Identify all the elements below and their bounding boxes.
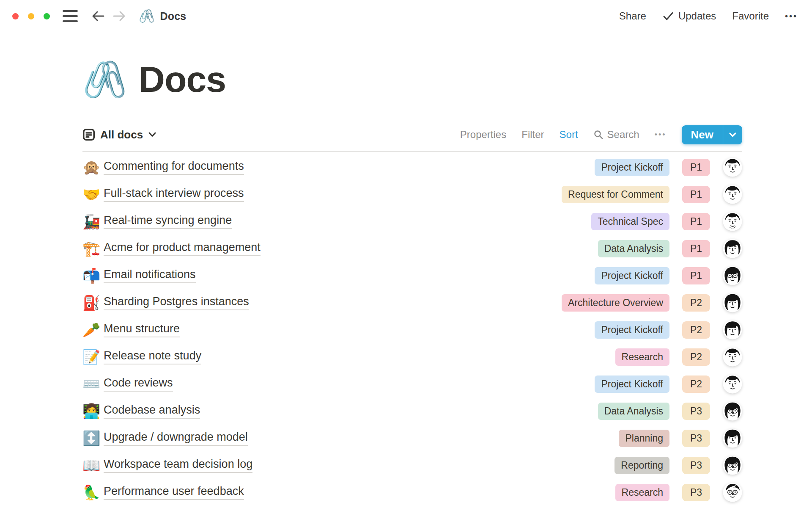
close-window-button[interactable] — [12, 13, 19, 19]
view-toolbar: All docs Properties Filter Sort Search •… — [82, 124, 742, 145]
doc-priority-badge[interactable]: P1 — [682, 159, 710, 176]
assignee-avatar[interactable] — [723, 483, 742, 502]
doc-type-badge[interactable]: Reporting — [614, 457, 669, 474]
doc-type-badge[interactable]: Planning — [619, 430, 669, 447]
forward-arrow-icon[interactable] — [112, 10, 126, 22]
assignee-avatar[interactable] — [723, 239, 742, 258]
memo-emoji: 📝 — [82, 350, 104, 364]
assignee-avatar[interactable] — [723, 401, 742, 421]
doc-title-link[interactable]: Performance user feedback — [104, 485, 244, 500]
doc-title-link[interactable]: Upgrade / downgrade model — [104, 431, 248, 446]
doc-title-link[interactable]: Codebase analysis — [104, 403, 200, 419]
doc-priority-badge[interactable]: P2 — [682, 348, 710, 366]
chevron-down-icon — [148, 132, 156, 138]
favorite-button[interactable]: Favorite — [732, 10, 769, 22]
new-doc-split-button[interactable]: New — [682, 125, 742, 144]
new-doc-button[interactable]: New — [682, 125, 723, 144]
doc-row[interactable]: 🏗️ Acme for product management Data Anal… — [82, 235, 742, 262]
doc-title-link[interactable]: Release note study — [104, 349, 201, 364]
doc-priority-badge[interactable]: P3 — [682, 430, 710, 447]
doc-priority-badge[interactable]: P3 — [682, 484, 710, 501]
back-arrow-icon[interactable] — [91, 10, 105, 22]
doc-type-badge[interactable]: Data Analysis — [598, 403, 669, 420]
doc-row[interactable]: 📬 Email notifications Project Kickoff P1 — [82, 262, 742, 289]
doc-row[interactable]: 🤝 Full-stack interview process Request f… — [82, 181, 742, 208]
assignee-avatar[interactable] — [723, 428, 742, 448]
doc-row[interactable]: 🚂 Real-time syncing engine Technical Spe… — [82, 208, 742, 235]
doc-type-badge[interactable]: Project Kickoff — [595, 159, 669, 176]
sort-button[interactable]: Sort — [560, 129, 578, 141]
doc-title-link[interactable]: Full-stack interview process — [104, 187, 244, 202]
share-button[interactable]: Share — [619, 10, 646, 22]
doc-priority-badge[interactable]: P2 — [682, 321, 710, 339]
woman-technologist-emoji: 👩‍💻 — [82, 404, 104, 418]
filter-button[interactable]: Filter — [521, 129, 544, 141]
doc-row[interactable]: 🙊 Commenting for documents Project Kicko… — [82, 154, 742, 181]
doc-row[interactable]: ↕️ Upgrade / downgrade model Planning P3 — [82, 425, 742, 452]
doc-row[interactable]: 🥕 Menu structure Project Kickoff P2 — [82, 316, 742, 343]
doc-type-badge[interactable]: Request for Comment — [562, 186, 669, 203]
view-selector-all-docs[interactable]: All docs — [82, 128, 156, 141]
paperclip-doc-icon: 🖇️ — [139, 10, 154, 22]
doc-row[interactable]: ⌨️ Code reviews Project Kickoff P2 — [82, 370, 742, 398]
window-controls — [12, 13, 50, 19]
check-icon — [662, 11, 674, 21]
doc-type-badge[interactable]: Architecture Overview — [562, 294, 669, 312]
speak-no-evil-monkey-emoji: 🙊 — [82, 160, 104, 174]
more-options-icon[interactable]: ••• — [785, 11, 798, 21]
doc-type-badge[interactable]: Research — [615, 484, 669, 501]
doc-title-link[interactable]: Real-time syncing engine — [104, 214, 232, 229]
assignee-avatar[interactable] — [723, 212, 742, 231]
doc-type-badge[interactable]: Research — [615, 348, 669, 366]
carrot-emoji: 🥕 — [82, 323, 104, 337]
doc-priority-badge[interactable]: P1 — [682, 213, 710, 230]
doc-row[interactable]: ⛽ Sharding Postgres instances Architectu… — [82, 289, 742, 316]
doc-row[interactable]: 📖 Workspace team decision log Reporting … — [82, 452, 742, 479]
assignee-avatar[interactable] — [723, 456, 742, 475]
parrot-emoji: 🦜 — [82, 485, 104, 500]
doc-priority-badge[interactable]: P1 — [682, 186, 710, 203]
doc-type-badge[interactable]: Project Kickoff — [595, 267, 669, 284]
search-button[interactable]: Search — [593, 129, 639, 141]
minimize-window-button[interactable] — [28, 13, 34, 19]
doc-title-link[interactable]: Acme for product management — [104, 241, 261, 256]
window-title: Docs — [160, 10, 186, 22]
doc-row[interactable]: 🦜 Performance user feedback Research P3 — [82, 479, 742, 506]
doc-type-badge[interactable]: Data Analysis — [598, 240, 669, 257]
search-icon — [593, 130, 604, 140]
window-titlebar: 🖇️ Docs Share Updates Favorite ••• — [0, 0, 812, 32]
doc-priority-badge[interactable]: P1 — [682, 267, 710, 284]
doc-type-badge[interactable]: Project Kickoff — [595, 375, 669, 393]
more-view-options-icon[interactable]: ••• — [655, 130, 667, 139]
doc-row[interactable]: 👩‍💻 Codebase analysis Data Analysis P3 — [82, 398, 742, 425]
paperclip-page-emoji-icon[interactable]: 🖇️ — [82, 61, 127, 97]
properties-button[interactable]: Properties — [460, 129, 506, 141]
keyboard-emoji: ⌨️ — [82, 377, 104, 391]
doc-row[interactable]: 📝 Release note study Research P2 — [82, 343, 742, 370]
doc-title-link[interactable]: Commenting for documents — [104, 160, 244, 175]
doc-title-link[interactable]: Menu structure — [104, 322, 180, 337]
assignee-avatar[interactable] — [723, 293, 742, 312]
zoom-window-button[interactable] — [44, 13, 50, 19]
doc-type-badge[interactable]: Project Kickoff — [595, 321, 669, 339]
doc-title-link[interactable]: Email notifications — [104, 268, 196, 283]
new-doc-dropdown-chevron-icon[interactable] — [723, 125, 742, 144]
sidebar-menu-icon[interactable] — [63, 10, 78, 22]
doc-type-badge[interactable]: Technical Spec — [591, 213, 669, 230]
assignee-avatar[interactable] — [723, 266, 742, 285]
doc-title-link[interactable]: Code reviews — [104, 376, 173, 392]
page-title: Docs — [139, 58, 226, 100]
doc-priority-badge[interactable]: P2 — [682, 294, 710, 312]
doc-priority-badge[interactable]: P3 — [682, 403, 710, 420]
assignee-avatar[interactable] — [723, 347, 742, 367]
assignee-avatar[interactable] — [723, 185, 742, 204]
doc-priority-badge[interactable]: P3 — [682, 457, 710, 474]
updates-button[interactable]: Updates — [662, 10, 716, 22]
doc-title-link[interactable]: Workspace team decision log — [104, 458, 252, 473]
assignee-avatar[interactable] — [723, 374, 742, 394]
assignee-avatar[interactable] — [723, 157, 742, 177]
assignee-avatar[interactable] — [723, 320, 742, 340]
doc-title-link[interactable]: Sharding Postgres instances — [104, 295, 249, 310]
doc-priority-badge[interactable]: P2 — [682, 375, 710, 393]
doc-priority-badge[interactable]: P1 — [682, 240, 710, 257]
